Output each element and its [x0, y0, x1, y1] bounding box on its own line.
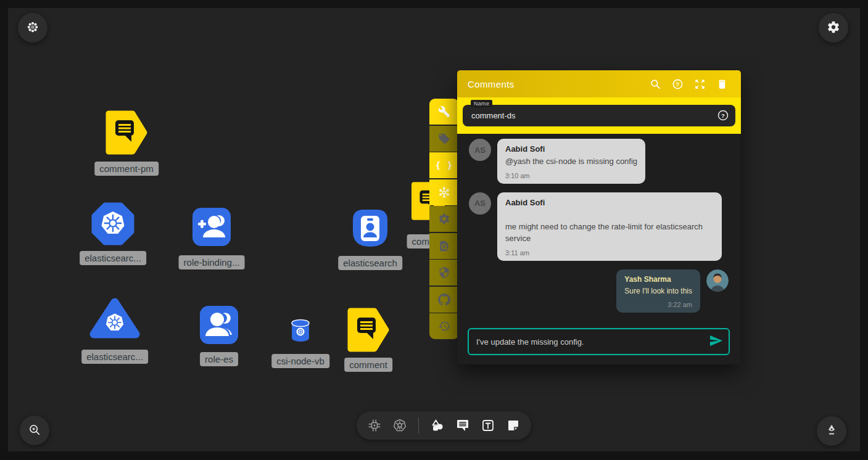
shield-icon: [438, 266, 450, 279]
pen-tool-button[interactable]: [817, 416, 846, 446]
canvas-node-cylinder[interactable]: csi-node-vb: [289, 318, 312, 344]
zoom-button[interactable]: [20, 416, 49, 445]
app-logo-button[interactable]: [18, 13, 48, 43]
node-label: comment-pm: [94, 162, 159, 176]
pen-nib-icon: [825, 424, 838, 439]
kubernetes-icon: [392, 418, 407, 433]
doc-search-icon: [438, 240, 450, 252]
service-account-node-icon: [349, 241, 392, 252]
help-icon: ?: [717, 114, 729, 123]
chat-message: Yash SharmaSure I'll look into this3:22 …: [469, 269, 729, 313]
send-icon: [709, 334, 723, 350]
message-time: 3:22 am: [624, 301, 692, 308]
node-label: role-binding...: [179, 255, 245, 269]
canvas-tool-shapes-button[interactable]: [429, 417, 445, 433]
expand-button[interactable]: [691, 75, 708, 92]
node-label: csi-node-vb: [271, 354, 329, 368]
side-tool-hub-button[interactable]: [429, 179, 459, 205]
canvas-node-role[interactable]: role-es: [197, 303, 241, 347]
side-toolbar: { }: [429, 99, 459, 339]
user-initials-avatar: AS: [469, 192, 491, 215]
canvas-node-k8s-octagon[interactable]: elasticsearc...: [91, 202, 135, 246]
send-button[interactable]: [703, 329, 729, 354]
name-input[interactable]: [463, 105, 735, 126]
delete-button[interactable]: [713, 75, 730, 92]
canvas-tool-comment-bubble-button[interactable]: [455, 417, 471, 433]
comments-panel: Comments ? Name ? ASAabid Sofi@yash the …: [457, 70, 741, 364]
user-initials-avatar: AS: [469, 139, 491, 161]
svg-text:?: ?: [676, 80, 679, 87]
node-label: elasticsearc...: [81, 350, 148, 364]
hub-icon: [438, 186, 450, 199]
side-tool-shield-button[interactable]: [429, 260, 459, 285]
message-composer: [468, 328, 730, 355]
message-text: Sure I'll look into this: [624, 285, 692, 297]
comments-panel-title: Comments: [468, 79, 642, 89]
message-bubble: Aabid Sofi@yash the csi-node is missing …: [497, 139, 645, 184]
side-tool-wrench-button[interactable]: [429, 99, 459, 125]
toolbar-divider: [418, 417, 419, 433]
name-section: Name ?: [457, 97, 741, 134]
comment-node-icon: [345, 344, 391, 355]
github-icon: [438, 294, 450, 306]
node-label: elasticsearc...: [80, 251, 146, 265]
canvas-tool-text-tool-button[interactable]: [480, 417, 496, 433]
comment-node-icon: [104, 147, 149, 157]
canvas-node-service-account[interactable]: elasticsearch: [349, 207, 392, 250]
bottom-toolbar: [357, 411, 531, 440]
side-tool-doc-search-button[interactable]: [429, 233, 459, 259]
role-node-icon: [197, 338, 241, 348]
tag-icon: [438, 133, 450, 145]
side-tool-github-button[interactable]: [429, 287, 459, 313]
node-label: comment: [344, 358, 392, 372]
messages-list[interactable]: ASAabid Sofi@yash the csi-node is missin…: [457, 134, 741, 326]
settings-button[interactable]: [819, 13, 848, 43]
role-binding-node-icon: [190, 240, 233, 250]
cylinder-node-icon: [289, 335, 312, 346]
node-label: role-es: [200, 352, 238, 366]
search-button[interactable]: [647, 75, 664, 92]
app-logo-icon: [26, 20, 39, 36]
message-bubble: Aabid Sofime might need to change the ra…: [497, 192, 722, 261]
name-help-button[interactable]: ?: [716, 109, 730, 123]
history-icon: [438, 320, 450, 332]
message-bubble: Yash SharmaSure I'll look into this3:22 …: [616, 269, 700, 313]
message-text: @yash the csi-node is missing config: [505, 155, 637, 168]
name-field-label: Name: [471, 100, 492, 107]
chat-message: ASAabid Sofi@yash the csi-node is missin…: [469, 139, 729, 184]
message-time: 3:11 am: [505, 249, 714, 257]
message-text: me might need to change the rate-limit f…: [505, 221, 714, 245]
side-tool-braces-button[interactable]: { }: [429, 152, 459, 178]
message-input[interactable]: [469, 337, 703, 347]
side-tool-gear-button[interactable]: [429, 206, 459, 232]
node-label: elasticsearch: [338, 256, 402, 270]
canvas-node-comment[interactable]: comment-pm: [104, 110, 149, 155]
design-canvas[interactable]: comment-pmelasticsearc...role-binding...…: [8, 8, 860, 451]
message-author: Aabid Sofi: [505, 198, 714, 207]
comments-panel-actions: ?: [642, 75, 730, 92]
message-author: Yash Sharma: [624, 275, 692, 284]
k8s-octagon-node-icon: [91, 237, 135, 248]
svg-text:?: ?: [721, 112, 725, 118]
canvas-tool-note-button[interactable]: [505, 417, 521, 433]
help-button[interactable]: ?: [669, 75, 686, 92]
text-tool-icon: [481, 418, 495, 433]
canvas-node-k8s-triangle[interactable]: elasticsearc...: [88, 296, 141, 342]
gear-icon: [438, 213, 450, 225]
expand-icon: [694, 78, 706, 90]
k8s-triangle-node-icon: [88, 333, 141, 343]
wrench-icon: [438, 105, 450, 118]
chat-message: ASAabid Sofime might need to change the …: [469, 192, 729, 261]
user-photo-avatar: [706, 269, 729, 292]
side-tool-history-button[interactable]: [429, 313, 459, 339]
delete-icon: [716, 78, 728, 90]
braces-icon: { }: [436, 160, 453, 170]
canvas-tool-chip-button[interactable]: [366, 417, 382, 433]
canvas-node-comment[interactable]: comment: [345, 307, 391, 353]
canvas-node-role-binding[interactable]: role-binding...: [190, 205, 233, 248]
shapes-icon: [430, 418, 445, 433]
side-tool-tag-button[interactable]: [429, 126, 459, 152]
canvas-tool-kubernetes-button[interactable]: [392, 417, 408, 433]
comments-panel-header[interactable]: Comments ?: [457, 70, 741, 97]
settings-gear-icon: [827, 20, 840, 36]
